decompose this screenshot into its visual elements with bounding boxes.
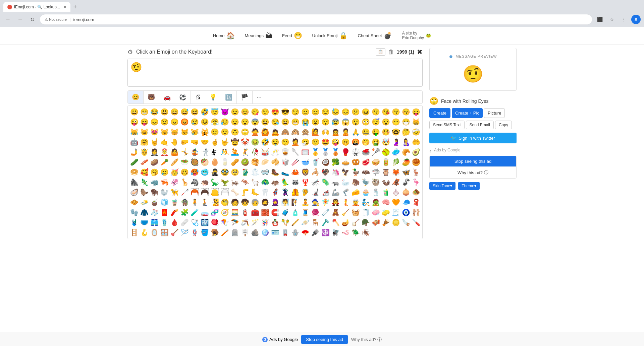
emoji-cell[interactable]: 🤽 — [230, 147, 240, 157]
emoji-cell[interactable]: 🙋 — [310, 127, 320, 137]
copy-button[interactable]: Copy — [495, 121, 512, 129]
emoji-cell[interactable]: 🥤 — [310, 157, 320, 167]
emoji-cell[interactable]: 🧻 — [361, 207, 371, 217]
emoji-cell[interactable]: 🧘 — [300, 197, 310, 207]
emoji-cell[interactable]: 🧹 — [340, 207, 351, 217]
emoji-cell[interactable]: 🧋 — [169, 197, 179, 207]
emoji-cell[interactable]: 🧖 — [280, 197, 290, 207]
emoji-cell[interactable]: 🤳 — [129, 147, 139, 157]
emoji-cell[interactable]: 🤣 — [200, 107, 210, 117]
emoji-cell[interactable]: 😶 — [391, 117, 401, 127]
emoji-cell[interactable]: 🦺 — [290, 187, 300, 197]
emoji-cell[interactable]: 🧀 — [351, 187, 361, 197]
emoji-cell[interactable]: 🥩 — [361, 157, 371, 167]
emoji-cell[interactable]: 🦇 — [361, 167, 371, 177]
emoji-cell[interactable]: 🪠 — [169, 227, 179, 237]
copy-small-button[interactable]: 📋 — [376, 48, 385, 56]
emoji-cell[interactable]: 🪢 — [190, 227, 200, 237]
emoji-cell[interactable]: 😇 — [210, 107, 220, 117]
emoji-cell[interactable]: 🤑 — [371, 127, 381, 137]
tab-signs[interactable]: 🔣 — [221, 91, 237, 103]
emoji-cell[interactable]: 🤦 — [290, 137, 300, 147]
emoji-cell[interactable]: 🧢 — [401, 197, 411, 207]
emoji-cell[interactable]: 😋 — [250, 107, 260, 117]
emoji-cell[interactable]: 😪 — [270, 117, 280, 127]
emoji-textarea[interactable]: 🤨 — [127, 59, 423, 87]
emoji-cell[interactable]: 😳 — [361, 117, 371, 127]
emoji-cell[interactable]: 🥅 — [300, 147, 310, 157]
emoji-cell[interactable]: 🥾 — [270, 167, 280, 177]
emoji-cell[interactable]: 🪘 — [381, 217, 391, 227]
emoji-cell[interactable]: 🦨 — [401, 177, 411, 187]
emoji-cell[interactable]: 🦁 — [300, 167, 310, 177]
emoji-cell[interactable]: 🥵 — [190, 167, 200, 177]
emoji-cell[interactable]: 🧺 — [351, 207, 361, 217]
emoji-cell[interactable]: 🦋 — [401, 167, 411, 177]
emoji-cell[interactable]: 🙅 — [250, 127, 260, 137]
emoji-cell[interactable]: 🥠 — [270, 157, 280, 167]
emoji-cell[interactable]: 🙈 — [280, 127, 290, 137]
emoji-cell[interactable]: 🦓 — [190, 177, 200, 187]
emoji-cell[interactable]: 🩺 — [190, 217, 200, 227]
emoji-cell[interactable]: 🥧 — [340, 157, 351, 167]
emoji-cell[interactable]: 😓 — [330, 107, 340, 117]
emoji-cell[interactable]: 🪪 — [270, 227, 280, 237]
emoji-cell[interactable]: 😲 — [351, 117, 361, 127]
emoji-cell[interactable]: 🤙 — [159, 137, 169, 147]
emoji-cell[interactable]: 🦱 — [200, 187, 210, 197]
emoji-cell[interactable]: 🦲 — [210, 187, 220, 197]
emoji-cell[interactable]: 🤣 — [260, 137, 270, 147]
emoji-cell[interactable]: 🥘 — [190, 157, 200, 167]
emoji-cell[interactable]: 🧶 — [310, 207, 320, 217]
emoji-cell[interactable]: 🥸 — [220, 167, 230, 177]
emoji-cell[interactable]: 🥊 — [340, 147, 351, 157]
emoji-cell[interactable]: 🧬 — [210, 207, 220, 217]
emoji-cell[interactable]: 🤟 — [220, 137, 230, 147]
emoji-cell[interactable]: 🙏 — [351, 127, 361, 137]
emoji-cell[interactable]: 🤪 — [330, 137, 340, 147]
emoji-cell[interactable]: 🥂 — [270, 147, 280, 157]
emoji-cell[interactable]: 🤵 — [149, 147, 159, 157]
emoji-cell[interactable]: 😥 — [220, 117, 230, 127]
emoji-cell[interactable]: 🙌 — [320, 127, 330, 137]
emoji-cell[interactable]: 🙍 — [330, 127, 340, 137]
emoji-cell[interactable]: 🥛 — [220, 157, 230, 167]
emoji-cell[interactable]: 😭 — [300, 117, 310, 127]
emoji-cell[interactable]: 🦢 — [340, 177, 351, 187]
emoji-cell[interactable]: 🦡 — [330, 177, 340, 187]
emoji-cell[interactable]: 🦦 — [381, 177, 391, 187]
emoji-cell[interactable]: 🦎 — [139, 177, 149, 187]
emoji-cell[interactable]: 😵 — [381, 117, 391, 127]
emoji-cell[interactable]: 🤫 — [340, 137, 351, 147]
emoji-cell[interactable]: 🦊 — [391, 167, 401, 177]
emoji-cell[interactable]: 🙄 — [240, 127, 250, 137]
emoji-cell[interactable]: 🥭 — [401, 157, 411, 167]
emoji-cell[interactable]: 🧿 — [401, 207, 411, 217]
emoji-cell[interactable]: 😐 — [300, 107, 310, 117]
emoji-cell[interactable]: 🥬 — [391, 157, 401, 167]
emoji-cell[interactable]: 🧮 — [230, 207, 240, 217]
emoji-cell[interactable]: 🧵 — [300, 207, 310, 217]
emoji-cell[interactable]: 😬 — [290, 117, 300, 127]
emoji-cell[interactable]: 🥌 — [361, 147, 371, 157]
emoji-cell[interactable]: 😛 — [411, 107, 421, 117]
emoji-cell[interactable]: 🧦 — [149, 207, 159, 217]
emoji-cell[interactable]: 😸 — [411, 117, 421, 127]
emoji-cell[interactable]: 🤕 — [411, 127, 421, 137]
emoji-cell[interactable]: 🪤 — [210, 227, 220, 237]
emoji-cell[interactable]: 🥓 — [139, 157, 149, 167]
emoji-cell[interactable]: 🤞 — [210, 137, 220, 147]
emoji-cell[interactable]: 🤰 — [391, 137, 401, 147]
emoji-cell[interactable]: 🩹 — [179, 217, 190, 227]
emoji-cell[interactable]: 😔 — [340, 107, 351, 117]
emoji-cell[interactable]: 🥄 — [290, 147, 300, 157]
emoji-cell[interactable]: 🥒 — [129, 157, 139, 167]
emoji-cell[interactable]: 🧠 — [381, 197, 391, 207]
emoji-cell[interactable]: 🦈 — [371, 167, 381, 177]
emoji-cell[interactable]: 🧨 — [169, 207, 179, 217]
emoji-cell[interactable]: 😄 — [169, 107, 179, 117]
emoji-cell[interactable]: 🤖 — [129, 137, 139, 147]
emoji-cell[interactable]: 🩸 — [169, 217, 179, 227]
emoji-cell[interactable]: 🙃 — [230, 127, 240, 137]
emoji-cell[interactable]: 😒 — [320, 107, 330, 117]
